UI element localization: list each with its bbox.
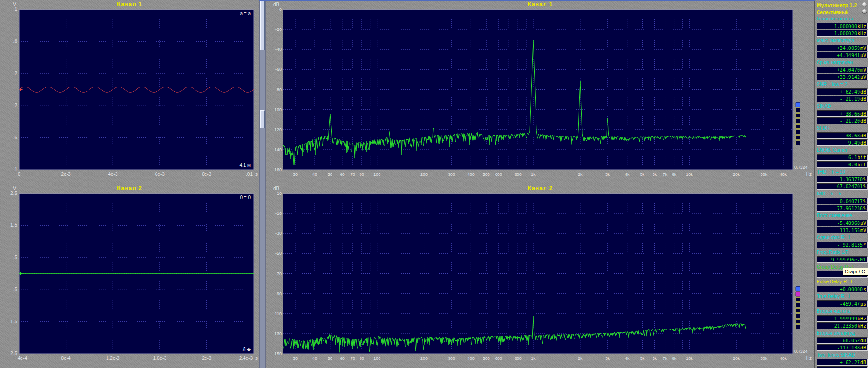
- meter-value-box: + 20.17dB: [817, 366, 868, 368]
- meter-value: + 62.27: [840, 360, 860, 365]
- meter-value-box: 38.68dB: [817, 132, 868, 139]
- meter-unit: µV: [860, 53, 866, 58]
- trace-select-button[interactable]: [796, 303, 800, 307]
- meter-value-box: 0.0bit: [817, 161, 868, 168]
- axis-label: 60: [340, 172, 345, 177]
- axis-label: -100: [273, 107, 282, 112]
- axis-label: 40k: [780, 356, 787, 361]
- trace-select-button[interactable]: [796, 314, 800, 318]
- axis-label: .01: [246, 172, 253, 177]
- meter-value: 1.000020: [834, 31, 857, 36]
- trace-select-button[interactable]: [796, 325, 800, 329]
- axis-label: 400: [468, 356, 475, 361]
- meter-value: 6.1: [848, 155, 857, 160]
- multimeter-readouts: Главная частота1.000000kHz1.000020kHzМак…: [815, 15, 868, 368]
- spectrum-channel-2-panel: Канал 2 10-10-30-50-70-90-110-130-150304…: [266, 184, 815, 368]
- scope-annotation-top-right: 0 = 0: [240, 195, 251, 200]
- axis-label: 4k: [625, 356, 630, 361]
- meter-value: -459.47: [840, 301, 860, 307]
- axis-label: 70: [351, 356, 355, 361]
- axis-label: 100: [373, 356, 380, 361]
- axis-label: 70: [351, 172, 355, 177]
- axis-label: 10: [277, 191, 282, 196]
- meter-unit: %: [863, 206, 866, 211]
- axis-label: 20k: [733, 172, 740, 177]
- axis-label: 200: [420, 356, 428, 361]
- vertical-scrollbar[interactable]: [259, 0, 266, 368]
- multimeter-mode-label[interactable]: Селективный: [817, 10, 849, 15]
- axis-label: 600: [495, 356, 502, 361]
- meter-value-box: 77.961236%: [817, 205, 868, 212]
- trace-select-button[interactable]: [796, 319, 800, 323]
- trace-select-button[interactable]: [796, 130, 800, 134]
- meter-value: - 92.8135: [837, 242, 863, 248]
- axis-label: -50: [275, 251, 282, 256]
- trace-select-button[interactable]: [796, 292, 800, 296]
- meter-value: 77.961236: [837, 206, 863, 211]
- meter-value-box: -113.155mV: [817, 227, 868, 233]
- meter-value-box: +0.00000s: [817, 286, 868, 292]
- meter-unit: dB: [860, 97, 866, 102]
- meter-value: - 21.20: [840, 118, 860, 124]
- meter-value-box: +24.0470mV: [817, 67, 868, 73]
- meter-value: 1.163770: [840, 177, 863, 182]
- trace-select-button[interactable]: [796, 113, 800, 117]
- axis-label: 30: [293, 356, 298, 361]
- multimeter-mode-row: Селективный: [815, 8, 868, 15]
- trace-select-button[interactable]: [796, 286, 800, 291]
- meter-value-box: + 62.49dB: [817, 88, 868, 95]
- meter-unit: kHz: [858, 316, 866, 321]
- meter-value: + 38.66: [840, 111, 860, 116]
- spectrum-channel-1-panel: Канал 1 0-20-40-60-80-100-120-140-160304…: [266, 0, 815, 184]
- spectrum1-plot: 0-20-40-60-80-100-120-140-16030405060708…: [266, 0, 815, 184]
- axis-label: Hz: [806, 172, 812, 177]
- meter-value: 9.999796e-01: [831, 257, 866, 262]
- trace-select-button[interactable]: [796, 124, 800, 128]
- multimeter-power-led-button[interactable]: [862, 2, 867, 7]
- trace-select-button[interactable]: [796, 297, 800, 301]
- trace-select-button[interactable]: [796, 108, 800, 112]
- axis-label: 400: [468, 172, 475, 177]
- meter-value-box: -459.47µs: [817, 300, 868, 307]
- meter-value: - 68.052: [837, 338, 860, 343]
- meter-value-box: - 92.8135°: [817, 242, 868, 248]
- meter-unit: dB: [860, 133, 866, 138]
- axis-label: 300: [448, 356, 455, 361]
- meter-unit: %: [863, 177, 866, 182]
- axis-label: 8k: [672, 356, 677, 361]
- trace-select-button[interactable]: [796, 141, 800, 145]
- axis-label: 10k: [686, 356, 693, 361]
- axis-label: Hz: [806, 356, 812, 361]
- meter-row-label: Freq. Ratio L/R: [815, 249, 868, 256]
- scrollbar-thumb-top[interactable]: [260, 1, 265, 50]
- axis-label: s: [255, 172, 258, 177]
- trace-select-button[interactable]: [796, 308, 800, 312]
- axis-label: 20k: [733, 356, 740, 361]
- trace-select-button[interactable]: [796, 102, 800, 107]
- axis-label: -130: [273, 331, 282, 336]
- axis-label: -1.5: [9, 319, 18, 324]
- multimeter-mode-led-button[interactable]: [862, 9, 867, 14]
- axis-label: 1k: [531, 356, 536, 361]
- meter-value: -5.48968: [837, 221, 860, 226]
- meter-value-box: +33.9142µV: [817, 74, 868, 80]
- trace-select-button[interactable]: [796, 119, 800, 123]
- meter-value: - 21.19: [840, 97, 860, 102]
- trace-select-button[interactable]: [796, 135, 800, 139]
- meter-unit: dB: [860, 338, 866, 343]
- axis-label: -80: [275, 87, 282, 92]
- axis-label: 40: [312, 356, 317, 361]
- meter-value-box: 1.163770%: [817, 176, 868, 183]
- meter-value: 0.040717: [840, 199, 863, 204]
- axis-label: 5k: [640, 356, 645, 361]
- axis-label: 1.2e-3: [106, 356, 120, 361]
- axis-label: -.5: [11, 287, 17, 292]
- meter-value: 21.23350: [834, 323, 857, 329]
- meter-value-box: 21.23350kHz: [817, 322, 868, 329]
- scope-channel-1-panel: Канал 1 1.6.2-.2-.6-102e-34e-36e-38e-3.0…: [0, 0, 259, 184]
- scrollbar-thumb-lower[interactable]: [260, 110, 265, 128]
- axis-label: 80: [360, 356, 364, 361]
- axis-label: 500: [483, 356, 490, 361]
- axis-label: 50: [328, 356, 332, 361]
- meter-row-label: True Delay R - L: [815, 293, 868, 300]
